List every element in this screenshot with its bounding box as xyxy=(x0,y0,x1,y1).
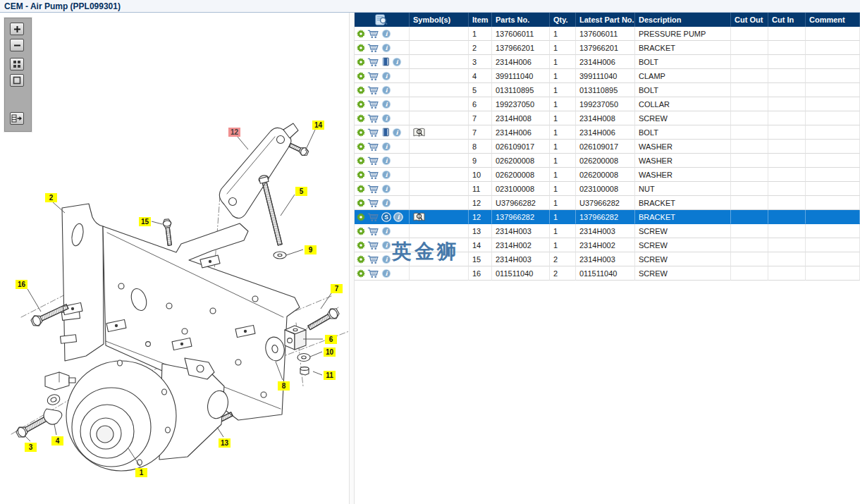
table-row-item-5[interactable]: i50131108951013110895BOLT xyxy=(355,83,860,97)
info-icon[interactable]: i xyxy=(381,254,391,264)
gear-icon[interactable] xyxy=(357,142,365,151)
table-row-item-15[interactable]: i152314H00322314H003SCREW xyxy=(355,252,860,266)
callout-14[interactable]: 14 xyxy=(312,121,324,130)
info-icon[interactable]: i xyxy=(381,113,391,123)
callout-8[interactable]: 8 xyxy=(278,381,290,391)
callout-6[interactable]: 6 xyxy=(325,335,337,344)
info-icon[interactable]: i xyxy=(393,212,403,222)
s-icon[interactable]: S xyxy=(381,212,391,222)
info-icon[interactable]: i xyxy=(381,226,391,236)
toggle-parts-panel-button[interactable] xyxy=(10,112,24,125)
cart-icon[interactable] xyxy=(367,57,379,67)
gear-icon[interactable] xyxy=(357,72,365,80)
info-icon[interactable]: i xyxy=(381,142,391,152)
gear-icon[interactable] xyxy=(357,199,365,207)
info-icon[interactable]: i xyxy=(381,240,391,250)
table-row-item-7[interactable]: i72314H00612314H006BOLT xyxy=(355,125,860,140)
info-icon[interactable]: i xyxy=(381,71,391,81)
cart-icon[interactable] xyxy=(367,99,379,109)
table-row-item-4[interactable]: i43991110401399111040CLAMP xyxy=(355,69,860,83)
zoom-out-button[interactable] xyxy=(10,39,24,51)
info-icon[interactable]: i xyxy=(392,128,402,137)
cart-icon[interactable] xyxy=(367,212,379,222)
cart-icon[interactable] xyxy=(367,170,379,180)
callout-1[interactable]: 1 xyxy=(135,468,147,477)
table-row-item-7[interactable]: i72314H00812314H008SCREW xyxy=(355,111,860,125)
callout-12[interactable]: 12 xyxy=(228,128,240,137)
cart-icon[interactable] xyxy=(367,85,379,95)
callout-11[interactable]: 11 xyxy=(324,371,336,380)
callout-2[interactable]: 2 xyxy=(45,193,57,202)
info-icon[interactable]: i xyxy=(381,85,391,95)
table-row-item-1[interactable]: i11376060111137606011PRESSURE PUMP xyxy=(355,27,860,41)
callout-3[interactable]: 3 xyxy=(25,443,37,452)
cart-icon[interactable] xyxy=(367,269,379,278)
cell-symbols[interactable] xyxy=(410,210,469,224)
cart-icon[interactable] xyxy=(367,113,379,123)
gear-icon[interactable] xyxy=(357,58,365,66)
table-row-item-2[interactable]: i21379662011137966201BRACKET xyxy=(355,41,860,55)
cell-symbols[interactable] xyxy=(410,125,469,140)
table-row-item-11[interactable]: i110231000081023100008NUT xyxy=(355,182,860,196)
gear-icon[interactable] xyxy=(357,30,365,38)
gear-icon[interactable] xyxy=(357,227,365,235)
table-row-item-8[interactable]: i80261090171026109017WASHER xyxy=(355,140,860,154)
gear-icon[interactable] xyxy=(357,86,365,94)
info-icon[interactable]: i xyxy=(381,198,391,208)
table-row-item-16[interactable]: i160115110402011511040SCREW xyxy=(355,266,860,281)
cart-icon[interactable] xyxy=(367,43,379,53)
callout-13[interactable]: 13 xyxy=(219,438,231,448)
callout-15[interactable]: 15 xyxy=(139,217,151,226)
callout-10[interactable]: 10 xyxy=(324,348,336,357)
info-icon[interactable]: i xyxy=(381,99,391,109)
table-row-item-9[interactable]: i90262000081026200008WASHER xyxy=(355,154,860,168)
book-icon[interactable] xyxy=(381,128,390,137)
cart-icon[interactable] xyxy=(367,71,379,81)
cart-icon[interactable] xyxy=(367,240,379,250)
fit-view-button[interactable] xyxy=(10,74,24,87)
book-magnifier-icon[interactable] xyxy=(413,128,425,137)
cart-icon[interactable] xyxy=(367,128,379,137)
cart-icon[interactable] xyxy=(367,156,379,166)
cart-icon[interactable] xyxy=(367,184,379,194)
info-icon[interactable]: i xyxy=(381,170,391,180)
book-magnifier-icon[interactable] xyxy=(413,212,425,222)
gear-icon[interactable] xyxy=(357,241,365,250)
cart-icon[interactable] xyxy=(367,29,379,39)
callout-5[interactable]: 5 xyxy=(295,187,307,196)
table-row-item-13[interactable]: i132314H00312314H003SCREW xyxy=(355,224,860,238)
gear-icon[interactable] xyxy=(357,255,365,264)
zoom-region-button[interactable] xyxy=(10,58,24,70)
gear-icon[interactable] xyxy=(357,156,365,165)
table-row-item-3[interactable]: i32314H00612314H006BOLT xyxy=(355,55,860,69)
cart-icon[interactable] xyxy=(367,226,379,236)
info-icon[interactable]: i xyxy=(381,43,391,53)
gear-icon[interactable] xyxy=(357,114,365,123)
cart-icon[interactable] xyxy=(367,254,379,264)
zoom-in-button[interactable] xyxy=(10,23,24,35)
table-row-item-14[interactable]: i142314H00212314H002SCREW xyxy=(355,238,860,252)
info-icon[interactable]: i xyxy=(381,156,391,166)
cart-icon[interactable] xyxy=(367,142,379,152)
gear-icon[interactable] xyxy=(357,128,365,137)
callout-4[interactable]: 4 xyxy=(51,436,63,445)
gear-icon[interactable] xyxy=(357,171,365,179)
info-icon[interactable]: i xyxy=(381,184,391,194)
info-icon[interactable]: i xyxy=(381,29,391,39)
gear-icon[interactable] xyxy=(357,100,365,109)
info-icon[interactable]: i xyxy=(392,57,402,67)
gear-icon[interactable] xyxy=(357,269,365,278)
table-row-item-12[interactable]: i12U379662821U37966282BRACKET xyxy=(355,196,860,210)
info-icon[interactable]: i xyxy=(381,269,391,278)
callout-7[interactable]: 7 xyxy=(331,284,343,293)
gear-icon[interactable] xyxy=(357,213,365,221)
panel-splitter[interactable] xyxy=(349,13,355,504)
table-row-item-12-selected[interactable]: Si121379662821137966282BRACKET xyxy=(355,210,860,224)
gear-icon[interactable] xyxy=(357,185,365,193)
table-row-item-10[interactable]: i100262000081026200008WASHER xyxy=(355,168,860,182)
book-icon[interactable] xyxy=(381,57,390,66)
callout-9[interactable]: 9 xyxy=(305,245,317,254)
table-row-item-6[interactable]: i61992370501199237050COLLAR xyxy=(355,97,860,111)
gear-icon[interactable] xyxy=(357,44,365,52)
callout-16[interactable]: 16 xyxy=(16,280,27,289)
